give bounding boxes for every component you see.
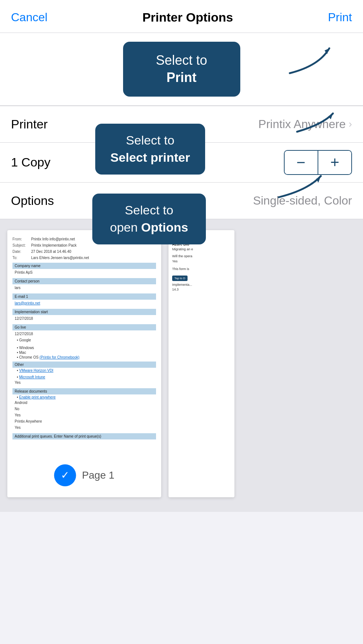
print-arrow-icon bbox=[286, 44, 334, 77]
impl-start-value: 12/27/2018 bbox=[12, 316, 156, 322]
copy-label: 1 Copy bbox=[11, 155, 51, 169]
select-to-print-button[interactable]: Select to Print bbox=[123, 42, 240, 97]
options-label: Options bbox=[11, 194, 54, 208]
impl-start-bar: Implementation start bbox=[12, 309, 156, 315]
secondary-note: This form is bbox=[172, 267, 231, 272]
preview-section: From: Printix Info info@printix.net Subj… bbox=[0, 219, 363, 512]
svg-marker-1 bbox=[328, 113, 333, 119]
other-vmware: VMware Horizon VDI bbox=[12, 368, 156, 372]
email-to: To: Lars Ehlers Jensen lars@printix.net bbox=[12, 255, 156, 261]
tooltip-options-line2: open Options bbox=[110, 220, 188, 234]
release-bar: Release documents bbox=[12, 388, 156, 394]
other-bar: Other bbox=[12, 362, 156, 368]
email1-bar: E-mail 1 bbox=[12, 293, 156, 300]
secondary-text1: Migrating an e bbox=[172, 247, 231, 252]
print-tooltip-line1: Select to bbox=[152, 52, 211, 69]
android-label: Android bbox=[12, 400, 156, 406]
platform-mac: Mac bbox=[12, 351, 156, 355]
tooltip-printer-line1: Select to bbox=[108, 132, 192, 149]
to-label: To: bbox=[12, 255, 29, 261]
tap-to-download-button[interactable]: Tap to D bbox=[172, 276, 188, 281]
print-button[interactable]: Print bbox=[328, 11, 352, 24]
date-label: Date: bbox=[12, 249, 29, 254]
contact-person-bar: Contact person bbox=[12, 278, 156, 284]
header: Cancel Printer Options Print bbox=[0, 0, 363, 33]
printer-chevron-icon: › bbox=[349, 118, 352, 130]
company-name-bar: Company name bbox=[12, 263, 156, 269]
printer-arrow-icon bbox=[293, 110, 337, 135]
select-options-tooltip: Select to open Options bbox=[92, 194, 206, 244]
platform-chromeos: Chrome OS (Printix for Chromebook) bbox=[12, 355, 156, 359]
secondary-label1: Will the opera bbox=[172, 254, 231, 259]
other-intune: Microsoft Intune bbox=[12, 375, 156, 379]
company-name-value: Printix ApS bbox=[12, 270, 156, 276]
no-value: No bbox=[12, 406, 156, 412]
copy-stepper: − + bbox=[284, 150, 352, 175]
svg-marker-2 bbox=[316, 176, 321, 183]
cancel-button[interactable]: Cancel bbox=[11, 11, 48, 24]
date-value: 27 Dec 2018 at 14.46.40 bbox=[31, 249, 71, 254]
tooltip-options-line1: Select to bbox=[105, 202, 193, 219]
subject-value: Printix Implementation Pack bbox=[31, 243, 77, 248]
from-value: Printix Info info@printix.net bbox=[31, 237, 75, 242]
select-printer-tooltip: Select to Select printer bbox=[95, 124, 205, 175]
page-preview-main: From: Printix Info info@printix.net Subj… bbox=[7, 230, 161, 497]
go-live-value: 12/27/2018 bbox=[12, 331, 156, 337]
platform-windows: Windows bbox=[12, 346, 156, 350]
contact-person-value: lars bbox=[12, 285, 156, 291]
platform-google: Google bbox=[12, 338, 156, 342]
options-arrow-icon bbox=[275, 172, 326, 201]
printer-section: Printer Printix Anywhere › Select to Sel… bbox=[0, 106, 363, 183]
release-link: Enable print anywhere bbox=[12, 395, 156, 399]
page-indicator: ✓ Page 1 bbox=[54, 464, 115, 486]
to-value: Lars Ehlers Jensen lars@printix.net bbox=[31, 255, 89, 261]
yes-value: Yes bbox=[12, 380, 156, 386]
printer-row-container: Printer Printix Anywhere › Select to Sel… bbox=[0, 106, 363, 143]
print-button-row: Select to Print bbox=[0, 33, 363, 106]
options-section: Options Single-sided, Color Select to op… bbox=[0, 183, 363, 219]
yes-value2: Yes bbox=[12, 412, 156, 419]
secondary-subtext: Implementa... bbox=[172, 282, 231, 288]
secondary-val1: Yes bbox=[172, 259, 231, 264]
email-date: Date: 27 Dec 2018 at 14.46.40 bbox=[12, 249, 156, 254]
check-circle-icon: ✓ bbox=[54, 464, 76, 486]
email1-value: lars@printix.net bbox=[12, 300, 156, 307]
decrement-button[interactable]: − bbox=[285, 151, 318, 174]
increment-button[interactable]: + bbox=[318, 151, 351, 174]
subject-label: Subject: bbox=[12, 243, 29, 248]
page-title: Printer Options bbox=[142, 10, 233, 25]
print-tooltip-line2: Print bbox=[152, 69, 211, 86]
email1-link: lars@printix.net bbox=[15, 301, 40, 305]
printer-label: Printer bbox=[11, 117, 48, 131]
tooltip-printer-line2: Select printer bbox=[110, 150, 190, 164]
yes-value3: Yes bbox=[12, 425, 156, 431]
page-label: Page 1 bbox=[82, 469, 115, 481]
printix-anywhere-label: Printix Anywhere bbox=[12, 419, 156, 425]
go-live-bar: Go live bbox=[12, 324, 156, 330]
from-label: From: bbox=[12, 237, 29, 242]
page-preview-secondary: AEDA Azure Blo Migrating an e Will the o… bbox=[168, 230, 234, 497]
additional-bar: Additional print queues. Enter Name of p… bbox=[12, 433, 156, 439]
secondary-number: 14.3 bbox=[172, 287, 231, 292]
